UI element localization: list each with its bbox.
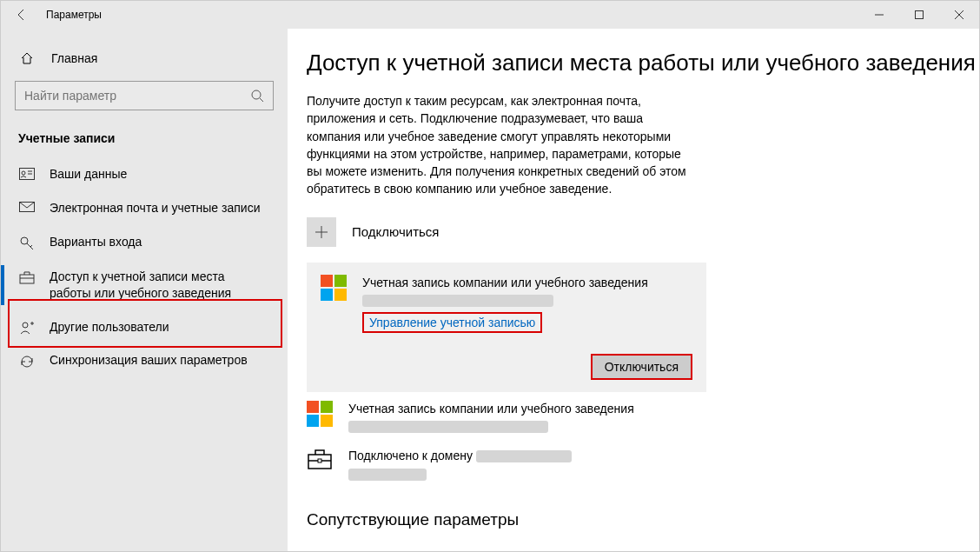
svg-rect-23 bbox=[318, 459, 321, 462]
account-card-expanded[interactable]: Учетная запись компании или учебного зав… bbox=[307, 263, 706, 392]
sidebar-item-label: Электронная почта и учетные записи bbox=[50, 200, 260, 216]
search-box[interactable] bbox=[15, 81, 274, 110]
content-area: Доступ к учетной записи места работы или… bbox=[288, 29, 979, 551]
sidebar-item-other-users[interactable]: Другие пользователи bbox=[1, 310, 288, 344]
sidebar-item-label: Синхронизация ваших параметров bbox=[50, 352, 248, 369]
redacted-text bbox=[362, 295, 553, 307]
key-icon bbox=[18, 236, 36, 251]
search-input[interactable] bbox=[24, 89, 250, 103]
related-settings-title: Сопутствующие параметры bbox=[307, 510, 962, 529]
briefcase-icon bbox=[18, 270, 36, 284]
plus-icon bbox=[307, 217, 336, 247]
home-icon bbox=[18, 51, 36, 65]
svg-point-16 bbox=[23, 323, 28, 328]
svg-line-5 bbox=[260, 98, 263, 102]
sidebar-item-sign-in-options[interactable]: Варианты входа bbox=[1, 225, 288, 260]
connect-button[interactable]: Подключиться bbox=[307, 217, 962, 247]
close-button[interactable] bbox=[939, 1, 979, 29]
svg-point-7 bbox=[22, 171, 25, 175]
account-card-collapsed[interactable]: Учетная запись компании или учебного зав… bbox=[307, 401, 706, 435]
sync-icon bbox=[18, 354, 36, 369]
mail-icon bbox=[18, 202, 36, 212]
sidebar-item-work-access[interactable]: Доступ к учетной записи места работы или… bbox=[1, 260, 288, 310]
manage-account-link[interactable]: Управление учетной записью bbox=[362, 312, 542, 333]
svg-point-4 bbox=[252, 90, 261, 99]
person-card-icon bbox=[18, 168, 36, 180]
account-heading: Учетная запись компании или учебного зав… bbox=[348, 401, 634, 418]
redacted-text bbox=[348, 421, 548, 433]
back-button[interactable] bbox=[1, 1, 43, 29]
microsoft-logo-icon bbox=[321, 275, 347, 301]
disconnect-button[interactable]: Отключиться bbox=[591, 354, 692, 380]
briefcase-icon bbox=[307, 449, 333, 469]
home-label: Главная bbox=[51, 51, 97, 65]
search-icon bbox=[250, 89, 264, 103]
redacted-text bbox=[476, 450, 572, 462]
page-title: Доступ к учетной записи места работы или… bbox=[307, 50, 962, 76]
svg-rect-1 bbox=[916, 11, 924, 19]
sidebar-item-label: Доступ к учетной записи места работы или… bbox=[50, 269, 262, 302]
microsoft-logo-icon bbox=[307, 401, 333, 427]
svg-point-11 bbox=[21, 237, 28, 244]
page-description: Получите доступ к таким ресурсам, как эл… bbox=[307, 92, 698, 198]
svg-line-12 bbox=[27, 243, 33, 249]
sidebar-item-label: Другие пользователи bbox=[50, 319, 169, 336]
sidebar-group-title: Учетные записи bbox=[1, 126, 288, 157]
redacted-text bbox=[348, 469, 427, 481]
sidebar-item-label: Ваши данные bbox=[50, 166, 127, 183]
add-user-icon bbox=[18, 321, 36, 335]
sidebar-item-your-info[interactable]: Ваши данные bbox=[1, 157, 288, 191]
sidebar-item-label: Варианты входа bbox=[50, 234, 142, 250]
domain-line: Подключено к домену bbox=[348, 449, 473, 462]
maximize-button[interactable] bbox=[899, 1, 939, 29]
sidebar-item-sync[interactable]: Синхронизация ваших параметров bbox=[1, 343, 288, 378]
sidebar-item-email-accounts[interactable]: Электронная почта и учетные записи bbox=[1, 191, 288, 225]
window-title: Параметры bbox=[46, 9, 102, 21]
titlebar: Параметры bbox=[1, 1, 979, 29]
sidebar: Главная Учетные записи Ваши данные bbox=[1, 29, 288, 551]
connect-label: Подключиться bbox=[352, 224, 439, 239]
account-heading: Учетная запись компании или учебного зав… bbox=[362, 275, 648, 292]
svg-rect-14 bbox=[20, 275, 34, 283]
minimize-button[interactable] bbox=[859, 1, 899, 29]
home-button[interactable]: Главная bbox=[1, 44, 288, 72]
svg-line-13 bbox=[30, 245, 32, 247]
domain-row[interactable]: Подключено к домену bbox=[307, 447, 962, 482]
